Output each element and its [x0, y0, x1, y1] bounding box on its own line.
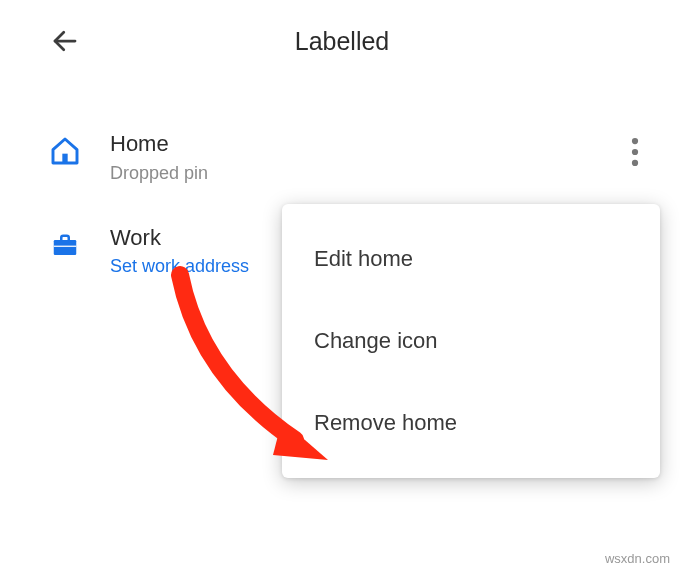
briefcase-icon: [48, 228, 82, 262]
menu-item-edit-home[interactable]: Edit home: [282, 218, 660, 300]
list-item-home[interactable]: Home Dropped pin: [0, 112, 680, 206]
list-item-text: Home Dropped pin: [110, 130, 618, 184]
header: Labelled: [0, 0, 680, 72]
svg-point-2: [632, 138, 638, 144]
context-menu: Edit home Change icon Remove home: [282, 204, 660, 478]
list-item-title: Home: [110, 130, 618, 159]
list-item-subtitle: Dropped pin: [110, 163, 618, 184]
home-icon: [48, 134, 82, 168]
watermark: wsxdn.com: [605, 551, 670, 566]
menu-item-change-icon[interactable]: Change icon: [282, 300, 660, 382]
svg-point-3: [632, 149, 638, 155]
page-title: Labelled: [32, 27, 652, 56]
more-options-button[interactable]: [618, 130, 652, 174]
menu-item-remove-home[interactable]: Remove home: [282, 382, 660, 464]
svg-rect-1: [62, 154, 67, 163]
svg-point-4: [632, 160, 638, 166]
svg-rect-5: [54, 240, 77, 255]
more-vertical-icon: [631, 138, 639, 166]
